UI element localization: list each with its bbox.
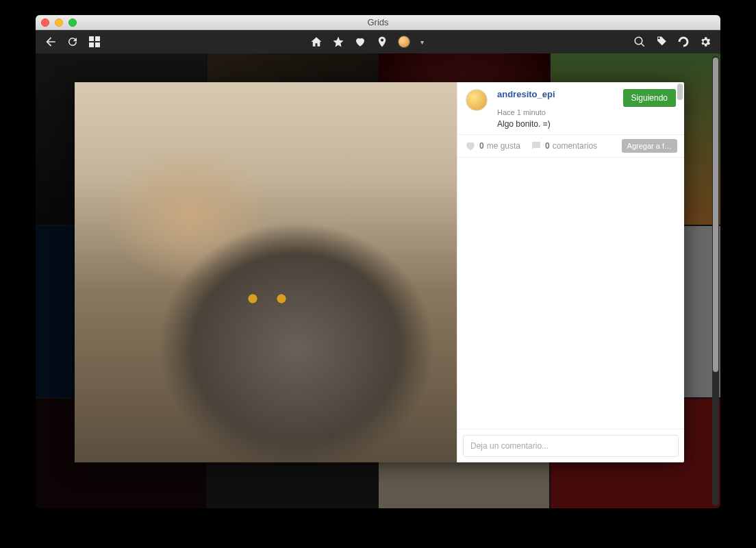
traffic-lights <box>41 18 77 27</box>
close-window-button[interactable] <box>41 18 49 27</box>
star-icon <box>332 36 344 48</box>
activity-button[interactable] <box>675 34 692 50</box>
profile-dropdown-button[interactable]: ▾ <box>418 34 426 50</box>
grid-icon <box>89 36 100 47</box>
settings-button[interactable] <box>697 34 714 50</box>
post-stats-bar: 0 me gusta 0 comentarios Agregar a f… <box>457 134 684 158</box>
home-button[interactable] <box>308 34 325 50</box>
scrollbar-thumb[interactable] <box>713 58 718 372</box>
places-button[interactable] <box>374 34 390 50</box>
comment-icon <box>530 140 542 152</box>
reload-icon <box>66 36 79 48</box>
caret-down-icon: ▾ <box>420 38 424 46</box>
profile-button[interactable] <box>396 34 412 50</box>
back-button[interactable] <box>42 34 59 50</box>
grid-view-button[interactable] <box>86 34 103 50</box>
post-side-panel: andresito_epi Siguiendo Hace 1 minuto Al… <box>457 82 684 462</box>
app-toolbar: ▾ <box>36 30 720 53</box>
heart-icon <box>354 36 366 48</box>
likes-button[interactable] <box>352 34 368 50</box>
comments-label: comentarios <box>553 141 597 151</box>
post-caption: Algo bonito. =) <box>497 119 616 129</box>
location-icon <box>376 36 388 48</box>
photo-detail-modal: andresito_epi Siguiendo Hace 1 minuto Al… <box>75 82 684 462</box>
content-scrollbar[interactable] <box>712 56 719 506</box>
tag-icon <box>655 36 668 48</box>
post-header: andresito_epi Siguiendo Hace 1 minuto Al… <box>457 82 684 134</box>
reload-button[interactable] <box>64 34 81 50</box>
comment-input[interactable] <box>463 435 679 457</box>
author-avatar[interactable] <box>466 89 488 111</box>
window-title: Grids <box>367 17 388 27</box>
comments-count: 0 <box>545 141 550 151</box>
follow-button[interactable]: Siguiendo <box>623 89 676 107</box>
zoom-window-button[interactable] <box>68 18 77 27</box>
comments-stat[interactable]: 0 comentarios <box>530 140 597 152</box>
activity-icon <box>677 36 690 48</box>
post-photo[interactable] <box>75 82 457 462</box>
titlebar: Grids <box>36 15 720 30</box>
likes-label: me gusta <box>487 141 520 151</box>
profile-avatar-icon <box>398 36 410 48</box>
gear-icon <box>699 36 711 48</box>
search-button[interactable] <box>631 34 648 50</box>
comment-input-wrap <box>457 429 684 462</box>
comments-list <box>457 158 684 429</box>
search-icon <box>633 36 646 48</box>
likes-count: 0 <box>479 141 484 151</box>
content-area: andresito_epi Siguiendo Hace 1 minuto Al… <box>36 53 720 508</box>
author-username-link[interactable]: andresito_epi <box>497 89 616 107</box>
modal-scrollbar-thumb[interactable] <box>677 84 683 100</box>
minimize-window-button[interactable] <box>55 18 63 27</box>
back-icon <box>44 35 58 49</box>
popular-button[interactable] <box>330 34 346 50</box>
home-icon <box>310 36 323 48</box>
add-to-favorites-button[interactable]: Agregar a f… <box>622 139 677 153</box>
tags-button[interactable] <box>653 34 670 50</box>
app-window: Grids <box>36 15 720 508</box>
post-timestamp: Hace 1 minuto <box>497 108 616 116</box>
heart-icon <box>464 140 477 152</box>
likes-stat[interactable]: 0 me gusta <box>464 140 520 152</box>
